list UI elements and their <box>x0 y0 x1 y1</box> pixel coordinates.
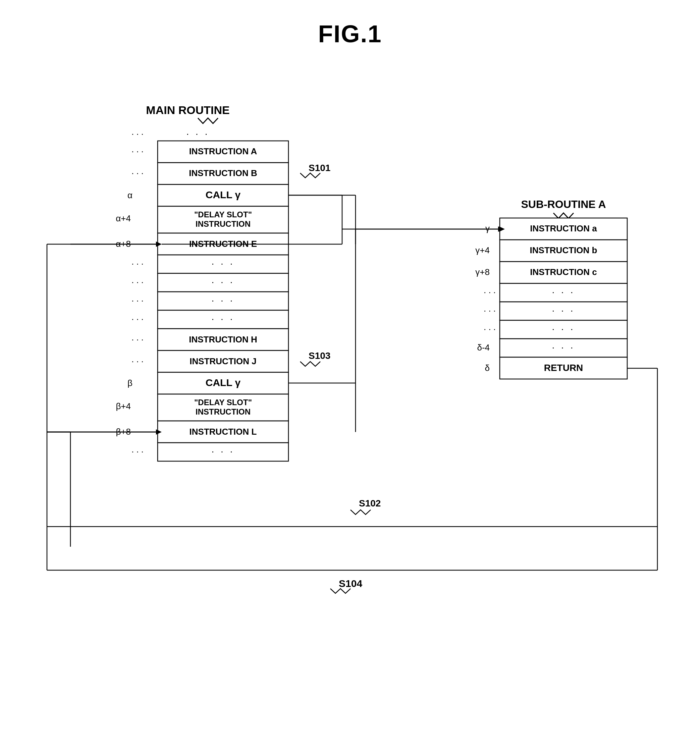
svg-text:INSTRUCTION E: INSTRUCTION E <box>189 239 257 249</box>
row-instruction-j <box>158 350 289 372</box>
svg-text:INSTRUCTION L: INSTRUCTION L <box>189 426 257 437</box>
s102-label: S102 <box>359 498 381 508</box>
subroutine-zigzag <box>553 213 573 218</box>
s104-label: S104 <box>339 578 362 589</box>
svg-rect-17 <box>158 273 289 292</box>
svg-text:· · ·: · · · <box>131 295 144 306</box>
svg-text:· · ·: · · · <box>552 305 575 316</box>
svg-text:β: β <box>127 378 133 388</box>
s103-zigzag <box>300 362 320 366</box>
page-title: FIG.1 <box>0 0 700 48</box>
svg-rect-57 <box>500 339 627 357</box>
main-routine-zigzag <box>198 118 218 123</box>
svg-text:INSTRUCTION c: INSTRUCTION c <box>530 267 597 277</box>
svg-text:· · ·: · · · <box>131 334 144 344</box>
svg-text:· · ·: · · · <box>552 287 575 297</box>
s101-zigzag <box>300 173 320 178</box>
s103-label: S103 <box>309 350 330 361</box>
svg-text:γ+8: γ+8 <box>475 267 490 277</box>
svg-text:· · ·: · · · <box>212 446 235 456</box>
svg-text:α: α <box>127 190 133 200</box>
main-dots-top: · · · <box>186 128 209 139</box>
svg-text:· · ·: · · · <box>131 168 144 178</box>
svg-marker-71 <box>499 226 505 232</box>
svg-text:INSTRUCTION J: INSTRUCTION J <box>189 356 256 366</box>
svg-text:CALL γ: CALL γ <box>206 377 241 388</box>
svg-text:· · ·: · · · <box>212 295 235 306</box>
row-instruction-e <box>158 233 289 255</box>
s104-zigzag <box>330 589 350 594</box>
svg-text:· · ·: · · · <box>131 356 144 366</box>
svg-text:· · ·: · · · <box>212 258 235 269</box>
svg-text:INSTRUCTION: INSTRUCTION <box>195 219 250 228</box>
svg-text:γ+4: γ+4 <box>475 245 490 255</box>
row-instruction-c-sub <box>500 262 627 283</box>
svg-text:· · ·: · · · <box>484 306 496 316</box>
svg-text:· · ·: · · · <box>212 314 235 324</box>
svg-text:INSTRUCTION a: INSTRUCTION a <box>530 223 597 233</box>
svg-marker-13 <box>156 242 162 247</box>
svg-text:· · ·: · · · <box>131 129 144 139</box>
row-instruction-h <box>158 329 289 350</box>
subroutine-label: SUB-ROUTINE A <box>521 198 606 210</box>
svg-marker-38 <box>156 429 162 435</box>
svg-rect-51 <box>500 302 627 320</box>
row-instruction-b <box>158 162 289 184</box>
svg-text:· · ·: · · · <box>131 259 144 269</box>
svg-text:INSTRUCTION b: INSTRUCTION b <box>530 245 597 255</box>
row-instruction-b-sub <box>500 240 627 262</box>
svg-text:· · ·: · · · <box>131 447 144 456</box>
svg-rect-14 <box>158 255 289 273</box>
svg-text:β+8: β+8 <box>116 426 131 437</box>
main-routine-label: MAIN ROUTINE <box>146 104 230 116</box>
svg-marker-65 <box>498 226 504 232</box>
svg-text:α+8: α+8 <box>116 239 131 249</box>
svg-text:· · ·: · · · <box>484 287 496 297</box>
row-call1 <box>158 184 289 206</box>
svg-text:INSTRUCTION A: INSTRUCTION A <box>189 146 257 156</box>
row-delay-slot-2 <box>158 394 289 421</box>
svg-rect-23 <box>158 310 289 329</box>
svg-text:δ-4: δ-4 <box>477 342 490 353</box>
row-call2 <box>158 372 289 394</box>
svg-text:· · ·: · · · <box>484 324 496 334</box>
svg-text:· · ·: · · · <box>131 277 144 287</box>
svg-text:· · ·: · · · <box>131 314 144 324</box>
svg-text:CALL γ: CALL γ <box>206 189 241 200</box>
svg-text:α+4: α+4 <box>116 213 131 223</box>
row-instruction-a-sub <box>500 218 627 240</box>
svg-text:· · ·: · · · <box>552 324 575 334</box>
svg-text:"DELAY SLOT": "DELAY SLOT" <box>194 210 252 219</box>
row-instruction-a <box>158 141 289 162</box>
svg-text:INSTRUCTION H: INSTRUCTION H <box>189 334 257 344</box>
svg-rect-48 <box>500 283 627 302</box>
svg-text:RETURN: RETURN <box>544 362 583 373</box>
svg-text:δ: δ <box>485 363 490 373</box>
row-return <box>500 357 627 379</box>
row-instruction-l <box>158 421 289 443</box>
svg-text:γ: γ <box>485 223 490 233</box>
svg-text:· · ·: · · · <box>212 277 235 287</box>
svg-text:· · ·: · · · <box>131 146 144 156</box>
svg-text:INSTRUCTION B: INSTRUCTION B <box>189 168 257 178</box>
svg-text:β+4: β+4 <box>116 401 131 411</box>
svg-text:INSTRUCTION: INSTRUCTION <box>195 407 250 416</box>
svg-rect-39 <box>158 443 289 461</box>
svg-text:"DELAY SLOT": "DELAY SLOT" <box>194 398 252 407</box>
svg-text:· · ·: · · · <box>552 342 575 353</box>
svg-rect-54 <box>500 320 627 339</box>
s102-zigzag <box>350 510 370 514</box>
svg-rect-20 <box>158 292 289 310</box>
row-delay-slot-1 <box>158 206 289 233</box>
s101-label: S101 <box>309 162 330 173</box>
